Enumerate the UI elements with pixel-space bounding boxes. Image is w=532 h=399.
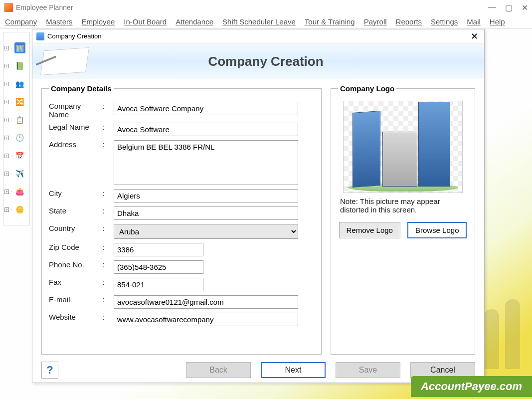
help-button[interactable]: ? xyxy=(41,362,58,379)
tree-item-tour[interactable]: +·✈️ xyxy=(4,168,28,179)
tree-item-payroll[interactable]: +·👛 xyxy=(4,186,28,197)
menu-shift[interactable]: Shift Scheduler Leave xyxy=(222,17,296,26)
label-zip: Zip Code: xyxy=(49,243,114,251)
menu-help[interactable]: Help xyxy=(490,17,505,26)
menu-settings[interactable]: Settings xyxy=(431,17,458,26)
fax-input[interactable] xyxy=(114,278,203,291)
dialog-icon xyxy=(36,32,44,40)
side-tree: +·🏢 +·📗 +·👥 +·🔀 +·📋 +·🕒 +·📅 +·✈️ +·👛 +·🪙 xyxy=(3,32,30,225)
menubar: Company Masters Employee In-Out Board At… xyxy=(0,15,532,29)
city-input[interactable] xyxy=(114,189,298,202)
dialog-body: Company Details Company Name: Legal Name… xyxy=(32,79,484,358)
menu-reports[interactable]: Reports xyxy=(396,17,422,26)
company-creation-dialog: Company Creation ✕ Company Creation Comp… xyxy=(32,29,485,383)
wallet-icon: 👛 xyxy=(14,186,25,197)
dialog-close-button[interactable]: ✕ xyxy=(469,31,480,42)
back-button[interactable]: Back xyxy=(186,362,251,378)
main-area: +·🏢 +·📗 +·👥 +·🔀 +·📋 +·🕒 +·📅 +·✈️ +·👛 +·🪙… xyxy=(0,29,532,399)
website-input[interactable] xyxy=(114,313,298,326)
remove-logo-button[interactable]: Remove Logo xyxy=(339,222,400,238)
label-company-name: Company Name: xyxy=(49,102,114,119)
people-icon: 👥 xyxy=(14,78,25,89)
tree-item-company[interactable]: +·🏢 xyxy=(4,42,28,53)
label-website: Website: xyxy=(49,313,114,321)
clipboard-icon: 📋 xyxy=(14,114,25,125)
state-input[interactable] xyxy=(114,206,298,220)
watermark: AccountPayee.com xyxy=(411,376,532,397)
notebook-icon xyxy=(40,47,89,75)
maximize-button[interactable]: ▢ xyxy=(505,3,513,12)
dialog-titlebar: Company Creation ✕ xyxy=(32,29,484,43)
tree-item-finance[interactable]: +·🪙 xyxy=(4,204,28,215)
building-icon: 🏢 xyxy=(14,42,25,53)
menu-mail[interactable]: Mail xyxy=(467,17,481,26)
menu-masters[interactable]: Masters xyxy=(46,17,72,26)
dialog-title: Company Creation xyxy=(47,32,101,40)
menu-inout[interactable]: In-Out Board xyxy=(124,17,167,26)
tree-item-inout[interactable]: +·🔀 xyxy=(4,96,28,107)
label-country: Country: xyxy=(49,224,114,232)
menu-employee[interactable]: Employee xyxy=(82,17,115,26)
label-fax: Fax: xyxy=(49,278,114,286)
address-input[interactable]: Belgium BE BEL 3386 FR/NL xyxy=(114,140,298,185)
label-email: E-mail: xyxy=(49,295,114,304)
menu-attendance[interactable]: Attendance xyxy=(176,17,213,26)
menu-tour[interactable]: Tour & Training xyxy=(305,17,355,26)
company-name-input[interactable] xyxy=(114,102,298,115)
dialog-banner: Company Creation xyxy=(32,43,484,79)
app-title: Employee Planner xyxy=(16,3,73,11)
calendar-icon: 📅 xyxy=(14,150,25,161)
legal-name-input[interactable] xyxy=(114,123,298,136)
menu-company[interactable]: Company xyxy=(5,17,37,26)
banner-title: Company Creation xyxy=(87,54,444,69)
tree-item-masters[interactable]: +·📗 xyxy=(4,60,28,71)
tree-item-attendance[interactable]: +·📋 xyxy=(4,114,28,125)
company-details-fieldset: Company Details Company Name: Legal Name… xyxy=(41,84,322,355)
close-button[interactable]: ✕ xyxy=(522,3,528,12)
minimize-button[interactable]: — xyxy=(488,3,496,12)
app-icon xyxy=(4,3,13,12)
stack-icon: 📗 xyxy=(14,60,25,71)
save-button[interactable]: Save xyxy=(336,362,400,378)
tree-item-employee[interactable]: +·👥 xyxy=(4,78,28,89)
label-address: Address: xyxy=(49,140,114,149)
menu-payroll[interactable]: Payroll xyxy=(364,17,387,26)
main-titlebar: Employee Planner — ▢ ✕ xyxy=(0,0,532,15)
background-silhouette xyxy=(482,279,522,369)
label-city: City: xyxy=(49,189,114,198)
logo-note: Note: This picture may appear distorted … xyxy=(340,197,466,214)
country-select[interactable]: Aruba xyxy=(114,224,298,239)
zip-input[interactable] xyxy=(114,243,203,256)
next-button[interactable]: Next xyxy=(261,362,326,378)
plane-icon: ✈️ xyxy=(14,168,25,179)
logo-legend: Company Logo xyxy=(338,84,396,93)
label-phone: Phone No.: xyxy=(49,260,114,269)
clock-icon: 🕒 xyxy=(14,132,25,143)
company-logo-fieldset: Company Logo Note: This picture may appe… xyxy=(331,84,475,355)
tree-item-calendar[interactable]: +·📅 xyxy=(4,150,28,161)
details-legend: Company Details xyxy=(49,84,114,93)
window-controls: — ▢ ✕ xyxy=(488,3,528,12)
label-state: State: xyxy=(49,206,114,215)
coin-icon: 🪙 xyxy=(14,204,25,215)
arrows-icon: 🔀 xyxy=(14,96,25,107)
logo-preview xyxy=(343,101,463,193)
label-legal-name: Legal Name: xyxy=(49,123,114,131)
email-input[interactable] xyxy=(114,295,298,309)
tree-item-shift[interactable]: +·🕒 xyxy=(4,132,28,143)
phone-input[interactable] xyxy=(114,260,203,274)
browse-logo-button[interactable]: Browse Logo xyxy=(407,222,467,238)
